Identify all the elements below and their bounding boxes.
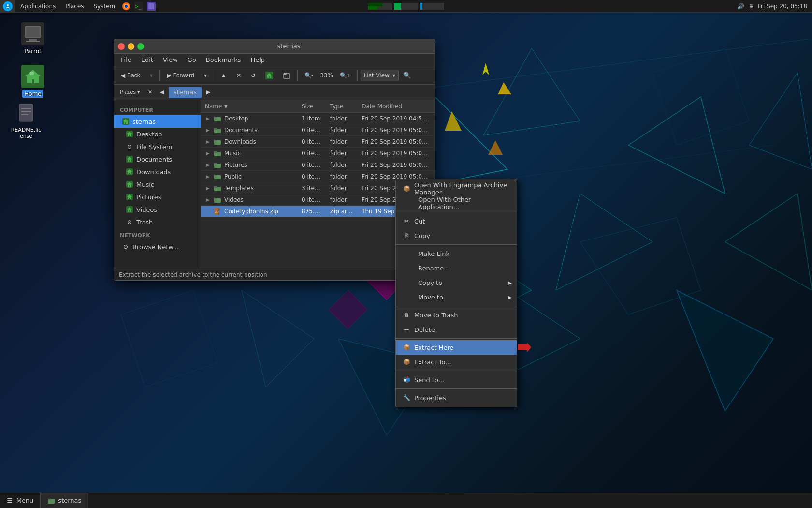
- parent-folder-button[interactable]: ▲: [217, 69, 231, 82]
- sidebar-item-browse-network[interactable]: ⊙ Browse Netw...: [114, 240, 201, 253]
- sidebar-item-music[interactable]: Music: [114, 178, 201, 191]
- back-button[interactable]: ◀ Back: [117, 69, 144, 82]
- menubar: File Edit View Go Bookmarks Help: [114, 54, 435, 66]
- places-label[interactable]: Places ▾: [117, 87, 143, 98]
- svg-rect-31: [19, 104, 33, 121]
- menu-view[interactable]: View: [158, 54, 183, 66]
- readme-label: README.license: [9, 126, 44, 140]
- svg-rect-67: [214, 140, 217, 141]
- documents-icon: [126, 155, 133, 163]
- desktop-icon-parrot[interactable]: Parrot: [14, 20, 52, 57]
- menu-help[interactable]: Help: [246, 54, 270, 66]
- videos-icon: [126, 206, 133, 213]
- sidebar-item-filesystem[interactable]: ⊙ File System: [114, 140, 201, 153]
- toggle-path[interactable]: ✕: [145, 87, 155, 98]
- zoom-in-button[interactable]: 🔍+: [336, 69, 354, 82]
- context-menu-item[interactable]: 📦Open With Engrampa Archive Manager: [396, 181, 517, 196]
- context-menu-item[interactable]: Make Link: [396, 246, 517, 261]
- taskbar-top-left: Applications Places System >_: [0, 0, 158, 13]
- col-header-type[interactable]: Type: [326, 100, 358, 113]
- ctx-item-label: Copy to: [418, 279, 510, 286]
- search-button[interactable]: 🔍: [401, 69, 414, 82]
- context-menu-item[interactable]: Move to▶: [396, 290, 517, 304]
- refresh-button[interactable]: ↺: [247, 69, 260, 82]
- ctx-item-icon: 📬: [403, 376, 410, 384]
- minimize-button[interactable]: [128, 43, 134, 50]
- col-header-name[interactable]: Name ▼: [201, 100, 298, 113]
- breadcrumb-sternas[interactable]: sternas: [169, 87, 202, 98]
- sidebar-item-trash[interactable]: ⊙ Trash: [114, 216, 201, 228]
- context-menu-item[interactable]: ⎘Copy: [396, 228, 517, 243]
- nav-next[interactable]: ▶: [203, 87, 213, 98]
- sidebar-item-videos[interactable]: Videos: [114, 203, 201, 216]
- zoom-out-button[interactable]: 🔍-: [301, 69, 318, 82]
- forward-dropdown[interactable]: ▾: [200, 69, 211, 82]
- menu-go[interactable]: Go: [183, 54, 201, 66]
- nav-prev[interactable]: ◀: [157, 87, 167, 98]
- sidebar-item-pictures[interactable]: Pictures: [114, 191, 201, 203]
- back-dropdown[interactable]: ▾: [146, 69, 157, 82]
- firefox-icon[interactable]: [120, 0, 132, 13]
- context-menu-item[interactable]: —Delete: [396, 322, 517, 337]
- sidebar-item-desktop[interactable]: Desktop: [114, 128, 201, 140]
- menu-bookmarks[interactable]: Bookmarks: [201, 54, 246, 66]
- context-menu-item[interactable]: 📦Extract To...: [396, 355, 517, 369]
- menu-edit[interactable]: Edit: [136, 54, 158, 66]
- ctx-item-icon: ⎘: [403, 232, 410, 239]
- sidebar-desktop-label: Desktop: [136, 131, 162, 138]
- desktop-icon-readme[interactable]: README.license: [7, 99, 45, 142]
- file-row[interactable]: ▶Downloads0 itemsfolderFri 20 Sep 2019 0…: [201, 136, 435, 148]
- new-tab-button[interactable]: [279, 69, 294, 82]
- applications-menu[interactable]: Applications: [15, 0, 60, 13]
- sternas-icon: [122, 118, 130, 125]
- folder-icon: [214, 126, 221, 134]
- context-menu-item[interactable]: 🔧Properties: [396, 390, 517, 405]
- close-path-button[interactable]: ✕: [232, 69, 245, 82]
- parrot-logo-btn[interactable]: [0, 0, 15, 13]
- taskbar-sternas-app[interactable]: sternas: [40, 493, 88, 508]
- sidebar-item-documents[interactable]: Documents: [114, 153, 201, 165]
- menu-file[interactable]: File: [116, 54, 136, 66]
- close-button[interactable]: [118, 43, 125, 50]
- file-row[interactable]: ▶Music0 itemsfolderFri 20 Sep 2019 05:01…: [201, 148, 435, 159]
- mem-indicator: [394, 3, 418, 10]
- svg-marker-15: [580, 218, 701, 314]
- home-button[interactable]: [261, 69, 277, 82]
- zoom-controls: 🔍- 33% 🔍+: [301, 69, 354, 82]
- context-menu-item[interactable]: 🗑Move to Trash: [396, 308, 517, 322]
- desktop-icon-home[interactable]: Home: [14, 63, 52, 100]
- context-menu-item[interactable]: 📬Send to...: [396, 373, 517, 387]
- file-row[interactable]: ▶Documents0 itemsfolderFri 20 Sep 2019 0…: [201, 124, 435, 136]
- context-menu-item[interactable]: ✂Cut: [396, 214, 517, 228]
- context-menu-item[interactable]: Copy to▶: [396, 275, 517, 290]
- notes-icon[interactable]: [145, 0, 158, 13]
- ctx-item-label: Cut: [414, 218, 510, 225]
- forward-button[interactable]: ▶ Forward: [163, 69, 198, 82]
- context-menu-item[interactable]: Rename...: [396, 261, 517, 275]
- volume-icon[interactable]: 🔊: [737, 3, 744, 10]
- context-menu-item[interactable]: 📦Extract Here: [396, 340, 517, 355]
- sidebar-item-sternas[interactable]: sternas: [114, 115, 201, 128]
- col-header-date[interactable]: Date Modified: [358, 100, 435, 113]
- ctx-item-label: Rename...: [418, 265, 510, 272]
- svg-marker-2: [628, 97, 725, 194]
- maximize-button[interactable]: [137, 43, 144, 50]
- terminal-icon[interactable]: >_: [132, 0, 145, 13]
- sidebar-item-downloads[interactable]: Downloads: [114, 165, 201, 178]
- places-menu[interactable]: Places: [60, 0, 88, 13]
- start-menu-button[interactable]: ☰ Menu: [0, 493, 40, 508]
- ctx-item-label: Make Link: [418, 250, 510, 257]
- context-menu-item[interactable]: Open With Other Application...: [396, 196, 517, 210]
- view-mode-dropdown[interactable]: List View ▾: [361, 70, 399, 81]
- svg-marker-19: [121, 290, 218, 387]
- status-text: Extract the selected archive to the curr…: [119, 271, 267, 278]
- music-icon: [126, 180, 133, 188]
- file-row[interactable]: ▶Pictures0 itemsfolderFri 20 Sep 2019 05…: [201, 159, 435, 171]
- ctx-item-label: Open With Engrampa Archive Manager: [414, 181, 510, 196]
- system-menu[interactable]: System: [88, 0, 120, 13]
- sidebar-downloads-label: Downloads: [136, 168, 171, 176]
- file-row[interactable]: ▶Desktop1 itemfolderFri 20 Sep 2019 04:5…: [201, 113, 435, 124]
- display-icon[interactable]: 🖥: [748, 3, 754, 10]
- col-header-size[interactable]: Size: [298, 100, 326, 113]
- folder-icon: [214, 173, 221, 180]
